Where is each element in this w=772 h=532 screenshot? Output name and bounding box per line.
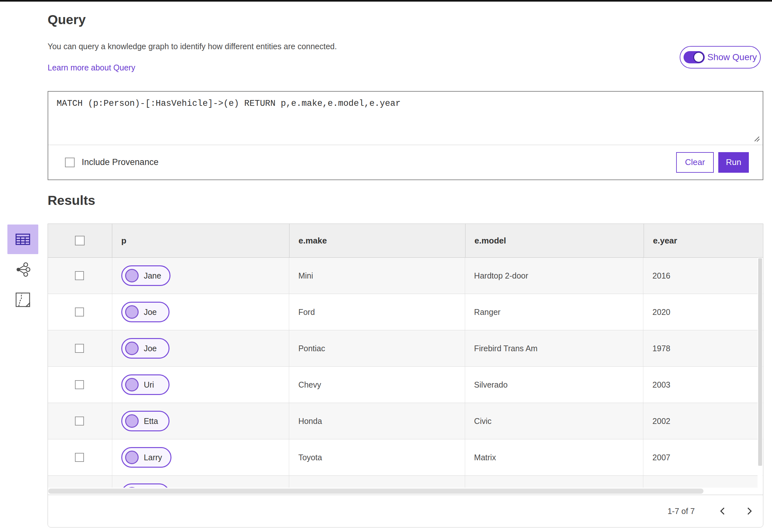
- year-cell: 2007: [643, 439, 758, 475]
- table-header-row: p e.make e.model e.year: [48, 224, 763, 258]
- person-node-icon: [125, 305, 139, 319]
- model-cell: Silverado: [465, 367, 643, 403]
- results-view-switcher: [7, 225, 38, 315]
- chevron-left-icon: [719, 506, 726, 516]
- person-node-icon: [125, 342, 139, 355]
- view-table-button[interactable]: [7, 225, 38, 254]
- previous-page-button[interactable]: [716, 503, 729, 519]
- make-cell: Ford: [289, 294, 464, 330]
- person-node-icon: [125, 269, 139, 282]
- row-checkbox[interactable]: [75, 380, 84, 389]
- table-row: Joe Pontiac Firebird Trans Am 1978: [48, 330, 763, 367]
- include-provenance-checkbox[interactable]: [65, 158, 75, 167]
- query-textarea[interactable]: MATCH (p:Person)-[:HasVehicle]->(e) RETU…: [48, 92, 763, 145]
- year-cell: 2002: [643, 403, 758, 439]
- show-query-toggle[interactable]: Show Query: [680, 46, 761, 69]
- model-cell: Hardtop 2-door: [465, 258, 643, 294]
- include-provenance-option[interactable]: Include Provenance: [65, 157, 159, 167]
- include-provenance-label: Include Provenance: [82, 157, 159, 167]
- make-cell: Mini: [289, 258, 464, 294]
- model-cell: Matrix: [465, 439, 643, 475]
- toggle-knob: [693, 52, 704, 63]
- person-node-icon: [125, 378, 139, 391]
- row-checkbox-cell: [48, 439, 112, 475]
- toggle-switch-icon[interactable]: [684, 51, 705, 63]
- results-footer: 1-7 of 7: [48, 495, 763, 527]
- entity-name: Joe: [144, 307, 157, 317]
- textarea-resize-handle[interactable]: [751, 133, 761, 143]
- column-header-e-year[interactable]: e.year: [644, 224, 763, 257]
- chevron-right-icon: [746, 506, 753, 516]
- model-cell: Ranger: [465, 294, 643, 330]
- results-panel: p e.make e.model e.year Jane Mini Hardto…: [48, 224, 763, 527]
- year-cell: 2016: [643, 258, 758, 294]
- entity-pill[interactable]: Joe: [121, 338, 170, 359]
- entity-pill[interactable]: Uri: [121, 374, 170, 395]
- table-icon: [15, 232, 31, 247]
- table-body: Jane Mini Hardtop 2-door 2016 Joe Ford R…: [48, 258, 763, 495]
- entity-pill[interactable]: Joe: [121, 302, 170, 322]
- table-row: Larry Toyota Matrix 2007: [48, 439, 763, 476]
- vertical-scrollbar: [758, 258, 763, 488]
- year-cell: 2020: [643, 294, 758, 330]
- page-description: You can query a knowledge graph to ident…: [48, 42, 337, 51]
- column-header-e-model[interactable]: e.model: [465, 224, 644, 257]
- entity-cell: Larry: [112, 439, 289, 475]
- make-cell: Toyota: [289, 439, 464, 475]
- entity-pill[interactable]: Jane: [121, 265, 170, 286]
- column-header-e-make[interactable]: e.make: [289, 224, 465, 257]
- entity-cell: Jane: [112, 258, 289, 294]
- entity-cell: Joe: [112, 294, 289, 330]
- row-checkbox-cell: [48, 403, 112, 439]
- entity-name: Uri: [144, 380, 154, 390]
- vertical-scrollbar-thumb[interactable]: [758, 258, 762, 466]
- person-node-icon: [125, 414, 139, 428]
- entity-pill[interactable]: Larry: [121, 447, 171, 468]
- row-checkbox[interactable]: [75, 344, 84, 353]
- row-checkbox-cell: [48, 258, 112, 294]
- horizontal-scrollbar-thumb[interactable]: [48, 489, 703, 494]
- make-cell: Chevy: [289, 367, 464, 403]
- row-checkbox-cell: [48, 330, 112, 366]
- row-checkbox[interactable]: [75, 271, 84, 280]
- column-header-p[interactable]: p: [112, 224, 289, 257]
- next-page-button[interactable]: [743, 503, 756, 519]
- select-all-checkbox[interactable]: [75, 236, 85, 245]
- view-map-button[interactable]: [7, 285, 38, 315]
- entity-name: Etta: [144, 417, 158, 426]
- run-button[interactable]: Run: [718, 152, 749, 173]
- entity-name: Joe: [144, 344, 157, 353]
- window-top-edge: [0, 0, 772, 2]
- query-editor-footer: Include Provenance Clear Run: [48, 145, 763, 179]
- row-checkbox[interactable]: [75, 453, 84, 462]
- pagination-range-label: 1-7 of 7: [667, 507, 695, 516]
- page-title: Query: [48, 12, 86, 27]
- make-cell: Honda: [289, 403, 464, 439]
- table-row: Uri Chevy Silverado 2003: [48, 367, 763, 403]
- entity-cell: Etta: [112, 403, 289, 439]
- link-chart-icon: [15, 262, 31, 277]
- entity-name: Jane: [144, 271, 161, 280]
- make-cell: Pontiac: [289, 330, 464, 366]
- person-node-icon: [125, 451, 139, 464]
- clear-button[interactable]: Clear: [676, 152, 714, 173]
- row-checkbox-cell: [48, 294, 112, 330]
- row-checkbox[interactable]: [75, 307, 84, 316]
- horizontal-scrollbar: [48, 488, 763, 495]
- year-cell: 1978: [643, 330, 758, 366]
- year-cell: 2003: [643, 367, 758, 403]
- table-header-checkbox-cell: [48, 224, 112, 257]
- view-link-chart-button[interactable]: [7, 255, 38, 284]
- row-checkbox-cell: [48, 367, 112, 403]
- table-row: Jane Mini Hardtop 2-door 2016: [48, 258, 763, 294]
- learn-more-link[interactable]: Learn more about Query: [48, 63, 135, 72]
- entity-pill[interactable]: Etta: [121, 411, 170, 431]
- row-checkbox[interactable]: [75, 417, 84, 426]
- table-row: Joe Ford Ranger 2020: [48, 294, 763, 330]
- results-title: Results: [48, 193, 95, 208]
- map-icon: [15, 292, 30, 307]
- entity-cell: Joe: [112, 330, 289, 366]
- table-row: Etta Honda Civic 2002: [48, 403, 763, 439]
- model-cell: Firebird Trans Am: [465, 330, 643, 366]
- query-editor: MATCH (p:Person)-[:HasVehicle]->(e) RETU…: [48, 91, 763, 180]
